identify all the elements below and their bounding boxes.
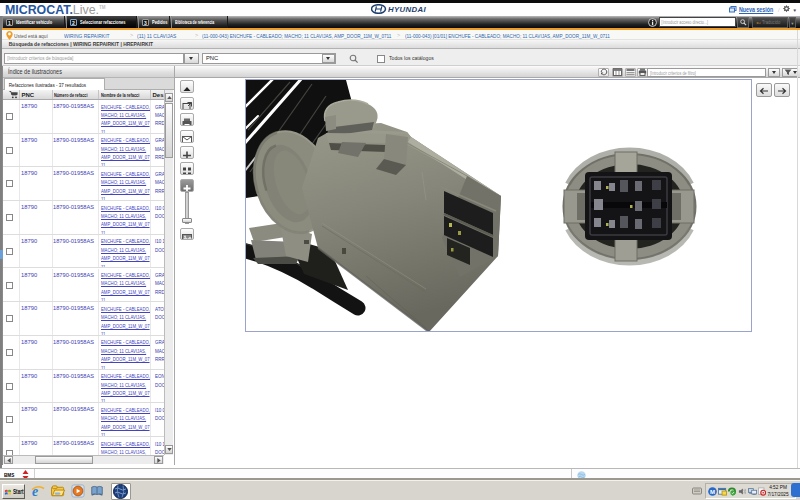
svg-text:M: M: [710, 489, 715, 495]
svg-text:HYUNDAI: HYUNDAI: [388, 4, 426, 13]
